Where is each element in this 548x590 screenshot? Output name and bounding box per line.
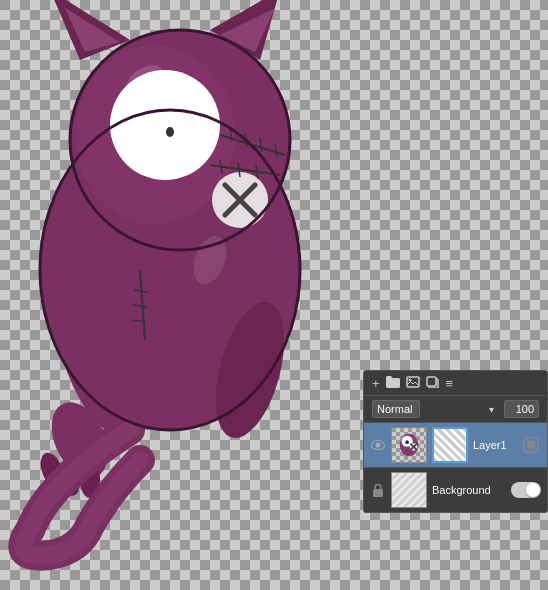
svg-point-7 <box>110 70 220 180</box>
svg-rect-35 <box>407 377 419 387</box>
layer1-info: Layer1 <box>473 439 516 451</box>
background-name: Background <box>432 484 506 496</box>
layer1-name: Layer1 <box>473 439 516 451</box>
mask-icon[interactable] <box>521 435 541 455</box>
folder-icon[interactable] <box>386 376 400 390</box>
toolbar-icons: + <box>372 376 453 390</box>
background-visibility-toggle[interactable] <box>511 482 541 498</box>
background-thumbnail <box>391 472 427 508</box>
layer1-thumbnail <box>391 427 427 463</box>
layer1-mask <box>432 427 468 463</box>
blend-mode-wrapper: NormalMultiplyScreenOverlayDarkenLighten <box>372 400 498 418</box>
svg-point-8 <box>166 127 174 137</box>
cat-illustration <box>0 0 390 590</box>
blend-mode-row: NormalMultiplyScreenOverlayDarkenLighten <box>364 396 547 423</box>
layer1-item[interactable]: Layer1 <box>364 423 547 468</box>
svg-rect-38 <box>427 377 436 386</box>
main-container: + <box>0 0 548 590</box>
eye-icon <box>371 440 385 450</box>
svg-rect-47 <box>373 489 383 497</box>
background-layer-item[interactable]: Background <box>364 468 547 512</box>
panel-toolbar: + <box>364 371 547 396</box>
image-icon[interactable] <box>406 376 420 390</box>
background-info: Background <box>432 484 506 496</box>
layer1-visibility-toggle[interactable] <box>370 437 386 453</box>
add-layer-icon[interactable]: + <box>372 377 380 390</box>
svg-point-36 <box>408 379 411 382</box>
svg-point-41 <box>405 440 409 444</box>
layers-panel: + <box>363 370 548 513</box>
menu-icon[interactable]: ≡ <box>446 377 454 390</box>
lock-icon <box>370 482 386 498</box>
blend-mode-select[interactable]: NormalMultiplyScreenOverlayDarkenLighten <box>372 400 420 418</box>
layer1-thumb-cat <box>392 428 426 462</box>
opacity-input[interactable] <box>504 400 539 418</box>
duplicate-icon[interactable] <box>426 376 440 390</box>
svg-rect-46 <box>527 441 535 449</box>
